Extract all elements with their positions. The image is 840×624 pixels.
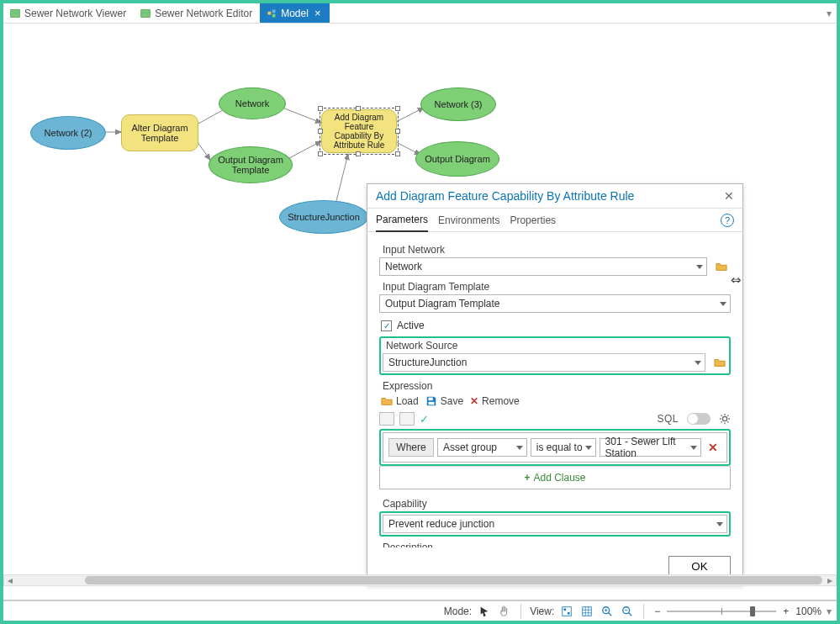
node-network-2[interactable]: Network (2) bbox=[30, 116, 106, 150]
resize-handle[interactable] bbox=[395, 106, 400, 111]
tab-sewer-viewer[interactable]: Sewer Network Viewer bbox=[3, 3, 134, 23]
load-button[interactable]: Load bbox=[381, 395, 419, 407]
zoom-slider[interactable] bbox=[667, 606, 776, 616]
folder-icon bbox=[716, 261, 727, 272]
resize-handle[interactable] bbox=[356, 151, 361, 156]
svg-line-25 bbox=[629, 612, 632, 616]
chevron-down-icon bbox=[716, 522, 723, 526]
network-source-combo[interactable]: StructureJunction bbox=[383, 353, 705, 372]
zoom-plus[interactable]: + bbox=[781, 605, 790, 617]
tab-environments[interactable]: Environments bbox=[438, 209, 499, 231]
capability-value: Prevent reduce junction bbox=[388, 518, 494, 530]
node-add-diagram-feature-capability[interactable]: Add Diagram Feature Capability By Attrib… bbox=[321, 109, 397, 153]
svg-line-9 bbox=[289, 141, 321, 158]
expression-toolbar: Load Save ✕ Remove bbox=[381, 395, 731, 407]
label-input-template: Input Diagram Template bbox=[383, 281, 731, 293]
clause-field-select[interactable]: Asset group bbox=[437, 438, 527, 457]
node-network[interactable]: Network bbox=[219, 87, 286, 119]
add-clause-button[interactable]: +Add Clause bbox=[380, 466, 730, 489]
node-alter-diagram-template[interactable]: Alter Diagram Template bbox=[121, 114, 198, 151]
validate-icon[interactable]: ✓ bbox=[420, 413, 429, 426]
label-active: Active bbox=[397, 320, 425, 331]
zoom-out-icon[interactable] bbox=[620, 604, 635, 619]
chevron-down-icon bbox=[516, 446, 523, 450]
chevron-down-icon bbox=[720, 302, 726, 306]
horizontal-scrollbar[interactable]: ◂ ▸ bbox=[3, 574, 837, 586]
dialog-tabs: Parameters Environments Properties ? bbox=[367, 209, 742, 232]
save-button[interactable]: Save bbox=[425, 395, 463, 407]
svg-rect-4 bbox=[272, 13, 276, 17]
fit-view-icon[interactable] bbox=[579, 604, 594, 619]
help-icon[interactable]: ? bbox=[721, 214, 734, 227]
pan-mode-icon[interactable] bbox=[497, 604, 512, 619]
select-mode-icon[interactable] bbox=[477, 604, 492, 619]
scrollbar-thumb[interactable] bbox=[85, 576, 822, 584]
zoom-in-icon[interactable] bbox=[600, 604, 615, 619]
add-clause-row: +Add Clause bbox=[379, 466, 731, 489]
chevron-down-icon bbox=[696, 265, 703, 269]
sql-toggle[interactable] bbox=[687, 413, 711, 425]
scroll-left-icon[interactable]: ◂ bbox=[4, 574, 16, 586]
chevron-down-icon[interactable]: ▾ bbox=[822, 8, 837, 19]
svg-rect-16 bbox=[563, 606, 572, 616]
resize-handle[interactable] bbox=[318, 106, 323, 111]
remove-clause-button[interactable]: ✕ bbox=[705, 441, 721, 454]
resize-handle[interactable] bbox=[356, 106, 361, 111]
tab-label: Model bbox=[281, 8, 309, 19]
tab-sewer-editor[interactable]: Sewer Network Editor bbox=[134, 3, 260, 23]
svg-line-10 bbox=[335, 154, 348, 204]
resize-handle[interactable] bbox=[395, 151, 400, 156]
node-output-diagram-template[interactable]: Output Diagram Template bbox=[209, 146, 293, 183]
add-group-icon-button[interactable] bbox=[399, 412, 415, 426]
resize-handle[interactable] bbox=[318, 129, 323, 134]
zoom-percent[interactable]: 100% bbox=[795, 605, 822, 617]
chevron-down-icon[interactable]: ▾ bbox=[827, 605, 832, 617]
close-icon[interactable]: ✕ bbox=[724, 189, 734, 203]
svg-rect-18 bbox=[568, 611, 570, 614]
scroll-right-icon[interactable]: ▸ bbox=[824, 574, 836, 586]
folder-icon bbox=[714, 357, 726, 368]
tab-model[interactable]: Model × bbox=[260, 3, 330, 23]
tab-properties[interactable]: Properties bbox=[510, 209, 556, 231]
label-description: Description bbox=[383, 542, 731, 547]
input-template-combo[interactable]: Output Diagram Template bbox=[379, 294, 731, 313]
map-icon bbox=[140, 8, 151, 19]
map-icon bbox=[10, 8, 20, 19]
label-input-network: Input Network bbox=[383, 244, 731, 256]
remove-button[interactable]: ✕ Remove bbox=[470, 395, 520, 407]
resize-handle[interactable] bbox=[318, 151, 323, 156]
clause-operator-select[interactable]: is equal to bbox=[531, 438, 596, 457]
status-bar: Mode: View: − + 100% ▾ bbox=[3, 600, 837, 621]
tool-dialog: Add Diagram Feature Capability By Attrib… bbox=[367, 183, 743, 585]
autolayout-icon[interactable] bbox=[559, 604, 574, 619]
model-canvas[interactable]: Network (2) Alter Diagram Template Netwo… bbox=[3, 24, 837, 600]
tab-parameters[interactable]: Parameters bbox=[376, 209, 428, 232]
browse-button[interactable] bbox=[711, 353, 729, 372]
node-output-diagram[interactable]: Output Diagram bbox=[415, 141, 499, 177]
node-network-3[interactable]: Network (3) bbox=[420, 87, 496, 121]
add-clause-icon-button[interactable] bbox=[379, 412, 394, 426]
active-checkbox[interactable]: ✓ bbox=[381, 320, 392, 331]
capability-combo[interactable]: Prevent reduce junction bbox=[383, 515, 727, 533]
node-structure-junction[interactable]: StructureJunction bbox=[279, 200, 368, 234]
clause-value-select[interactable]: 301 - Sewer Lift Station bbox=[600, 438, 701, 457]
svg-rect-14 bbox=[428, 402, 434, 405]
ok-button[interactable]: OK bbox=[668, 556, 731, 576]
input-network-value: Network bbox=[385, 261, 422, 272]
input-network-combo[interactable]: Network bbox=[379, 257, 707, 276]
tab-label: Sewer Network Viewer bbox=[24, 8, 126, 19]
where-label: Where bbox=[388, 438, 434, 457]
zoom-slider-handle[interactable] bbox=[750, 606, 755, 616]
zoom-minus[interactable]: − bbox=[652, 605, 662, 617]
dialog-title: Add Diagram Feature Capability By Attrib… bbox=[376, 189, 634, 203]
network-source-value: StructureJunction bbox=[388, 357, 467, 368]
mode-label: Mode: bbox=[444, 605, 472, 617]
clause-box: Where Asset group is equal to 301 - Sewe… bbox=[383, 432, 727, 463]
resize-handle[interactable] bbox=[395, 129, 400, 134]
svg-line-7 bbox=[197, 141, 210, 160]
svg-line-21 bbox=[609, 612, 612, 616]
close-icon[interactable]: × bbox=[313, 8, 323, 19]
browse-button[interactable] bbox=[712, 257, 731, 276]
gear-icon[interactable] bbox=[719, 413, 731, 425]
x-icon: ✕ bbox=[470, 395, 478, 407]
